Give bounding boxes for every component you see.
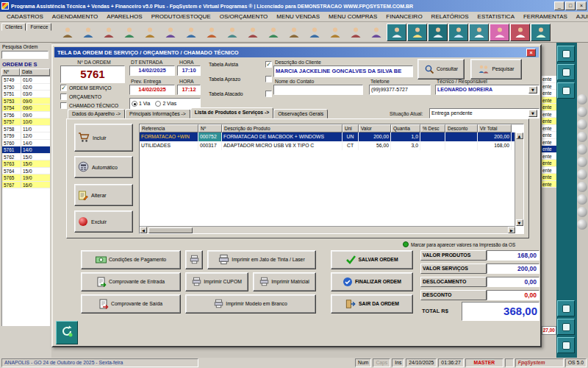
hora-entrada-field[interactable]: 17:10	[177, 66, 201, 76]
side-strip-button[interactable]	[557, 64, 575, 80]
toolbar-person-icon[interactable]	[469, 24, 489, 41]
minimize-button[interactable]: _	[554, 1, 564, 10]
side-strip-button[interactable]	[557, 82, 575, 99]
horizontal-scrollbar[interactable]: ◀ ▶	[140, 226, 515, 233]
toolbar-person-icon[interactable]	[201, 24, 221, 41]
toolbar-person-icon[interactable]	[243, 24, 262, 41]
toolbar-person-icon[interactable]	[263, 24, 283, 41]
toolbar-person-icon[interactable]	[407, 24, 427, 41]
mini-print-button[interactable]	[185, 250, 203, 269]
toolbar-person-icon[interactable]	[345, 24, 365, 41]
price-table-checkbox[interactable]: Tabela Atacado	[209, 90, 272, 98]
hora-entrega-field[interactable]: 17:12	[177, 85, 201, 95]
toolbar-person-icon[interactable]	[325, 24, 345, 41]
order-list-row[interactable]: 575002/0	[2, 84, 50, 91]
automatico-button[interactable]: Automático	[74, 156, 133, 178]
scroll-up-icon[interactable]: ▲	[516, 132, 523, 139]
tab-4[interactable]: Observações Gerais	[273, 109, 328, 118]
imprimir-cupom-button[interactable]: Imprimir CUPOM	[185, 272, 248, 291]
toolbar-person-icon[interactable]	[490, 24, 509, 41]
order-list-row[interactable]: 576014/0	[2, 140, 50, 147]
finalizar-ordem-button[interactable]: FINALIZAR ORDEM	[331, 272, 413, 291]
scrollbar-thumb[interactable]	[148, 227, 193, 233]
print-values-radio[interactable]: Marcar para aparecer valores na Impressã…	[403, 241, 541, 247]
toolbar-person-icon[interactable]	[448, 24, 468, 41]
order-list-row[interactable]: 575103/0	[2, 91, 50, 98]
order-list-row[interactable]: 575309/0	[2, 98, 50, 105]
menu-item[interactable]: AJUDA	[572, 13, 588, 20]
side-strip-button[interactable]	[557, 46, 575, 62]
toolbar-person-icon[interactable]	[78, 24, 98, 41]
menu-item[interactable]: MENU COMPRAS	[324, 13, 381, 20]
menu-item[interactable]: PRODUTO/ESTOQUE	[147, 13, 215, 20]
dt-entrada-field[interactable]: 14/02/2025	[129, 66, 175, 76]
tab-2[interactable]: Principais Informações ->	[125, 109, 190, 118]
menu-item[interactable]: FINANCEIRO	[381, 13, 426, 20]
consultar-button[interactable]: Consultar	[417, 59, 465, 79]
situacao-combo[interactable]: Entrega pendente ▼	[429, 108, 539, 118]
prev-entrega-field[interactable]: 14/02/2025	[129, 85, 175, 95]
side-strip-button[interactable]	[557, 300, 575, 316]
toolbar-person-icon[interactable]	[181, 24, 201, 41]
toolbar-person-icon[interactable]	[222, 24, 242, 41]
order-list-row[interactable]: 576415/0	[2, 168, 50, 175]
imprimir-modelo-branco-button[interactable]: Imprimir Modelo em Branco	[185, 294, 316, 314]
order-list-row[interactable]: 575811/0	[2, 126, 50, 133]
menu-item[interactable]: OS/ORÇAMENTO	[215, 13, 273, 20]
search-orders-input[interactable]	[1, 51, 49, 59]
excluir-button[interactable]: Excluir	[74, 210, 133, 233]
menu-item[interactable]: RELATÓRIOS	[427, 13, 473, 20]
imprimir-matricial-button[interactable]: Imprimir Matricial	[253, 272, 316, 291]
product-row[interactable]: FORMATACAO +WIN000752FORMATACAO DE MACBO…	[140, 132, 523, 141]
order-list-row[interactable]: 576716/0	[2, 182, 50, 189]
alterar-button[interactable]: Alterar	[74, 184, 133, 206]
maximize-button[interactable]: □	[565, 1, 576, 10]
tab-1[interactable]: Dados do Aparelho ->	[68, 109, 125, 118]
chevron-down-icon[interactable]: ▼	[528, 86, 537, 93]
incluir-button[interactable]: Incluir	[74, 124, 133, 152]
menu-item[interactable]: CADASTROS	[2, 13, 48, 20]
menu-item[interactable]: ESTATISTICA	[473, 13, 519, 20]
order-type-checkbox[interactable]: ORÇAMENTO	[60, 93, 118, 101]
scroll-down-icon[interactable]: ▼	[516, 219, 523, 226]
pesquisar-button[interactable]: Pesquisar	[470, 59, 522, 79]
side-strip-button[interactable]	[557, 337, 575, 353]
order-type-checkbox[interactable]: ✓ORDEM SERVIÇO	[60, 84, 118, 92]
toolbar-person-icon[interactable]	[304, 24, 324, 41]
column-header-data[interactable]: Data	[20, 68, 50, 76]
order-list-row[interactable]: 575609/0	[2, 112, 50, 119]
toolbar-person-icon[interactable]	[531, 24, 551, 41]
dialog-close-button[interactable]: ×	[526, 49, 536, 57]
tab-3[interactable]: Lista de Produtos e Serviços ->	[190, 107, 273, 118]
menu-item[interactable]: FERRAMENTAS	[519, 13, 572, 20]
toolbar-person-icon[interactable]	[510, 24, 530, 41]
comprovante-entrada-button[interactable]: Comprovante de Entrada	[81, 272, 181, 291]
toolbar-person-icon[interactable]	[98, 24, 118, 41]
comprovante-saida-button[interactable]: Comprovante de Saída	[81, 294, 181, 314]
order-number-field[interactable]: 5761	[60, 66, 125, 83]
tecnico-combo[interactable]: LEONARDO MOREIRA ▼	[435, 85, 539, 95]
condicoes-pagamento-button[interactable]: Condições de Pagamento	[81, 250, 181, 269]
scroll-left-icon[interactable]: ◀	[140, 227, 147, 233]
price-table-checkbox[interactable]: Tabela Avista✓	[209, 60, 272, 68]
order-list-row[interactable]: 576215/0	[2, 154, 50, 161]
chevron-down-icon[interactable]: ▼	[528, 110, 537, 117]
toolbar-person-icon[interactable]	[160, 24, 180, 41]
toolbar-person-icon[interactable]	[387, 24, 406, 41]
tab-fornecedores[interactable]: Fornece	[26, 23, 51, 31]
vertical-scrollbar[interactable]: ▲ ▼	[514, 132, 523, 226]
telefone-field[interactable]: (99)99377-5727	[369, 85, 431, 95]
order-list-row[interactable]: 576114/0	[2, 146, 50, 154]
salvar-ordem-button[interactable]: SALVAR ORDEM	[331, 250, 413, 269]
toolbar-person-icon[interactable]	[57, 24, 77, 41]
menu-item[interactable]: APARELHOS	[102, 13, 146, 20]
scroll-right-icon[interactable]: ▶	[508, 227, 515, 233]
imprimir-jato-button[interactable]: Imprimir em Jato de Tinta / Laser	[207, 250, 316, 269]
toolbar-person-icon[interactable]	[119, 24, 139, 41]
order-list-row[interactable]: 575710/0	[2, 118, 50, 126]
contato-field[interactable]	[273, 85, 363, 95]
close-button[interactable]: ×	[576, 1, 587, 10]
order-list-row[interactable]: 575409/0	[2, 105, 50, 112]
menu-item[interactable]: AGENDAMENTO	[48, 13, 103, 20]
toolbar-person-icon[interactable]	[366, 24, 386, 41]
